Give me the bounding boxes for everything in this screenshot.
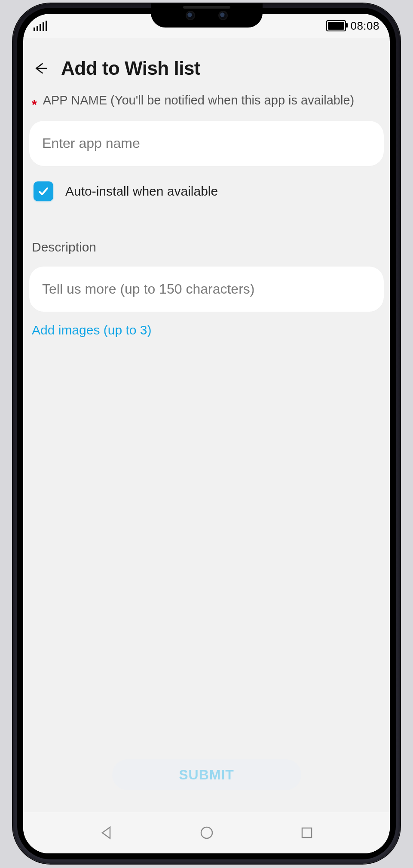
app-name-label-row: * APP NAME (You'll be notified when this… bbox=[29, 92, 384, 109]
app-name-input[interactable] bbox=[29, 121, 384, 166]
phone-frame: 08:08 Add to Wish list * APP NAME (You'l… bbox=[13, 3, 400, 864]
submit-wrap: SUBMIT bbox=[29, 759, 384, 812]
front-camera-right bbox=[220, 12, 226, 19]
add-images-button[interactable]: Add images (up to 3) bbox=[29, 312, 384, 337]
device-notch bbox=[151, 3, 263, 28]
submit-button[interactable]: SUBMIT bbox=[112, 759, 301, 790]
app-name-label: APP NAME (You'll be notified when this a… bbox=[43, 92, 355, 109]
status-right: 08:08 bbox=[326, 19, 379, 33]
nav-back-button[interactable] bbox=[89, 820, 123, 846]
auto-install-row: Auto-install when available bbox=[29, 166, 384, 201]
clock: 08:08 bbox=[350, 19, 379, 33]
app-header: Add to Wish list bbox=[29, 38, 384, 92]
description-label: Description bbox=[29, 201, 384, 255]
square-recent-icon bbox=[300, 825, 314, 840]
circle-home-icon bbox=[199, 825, 215, 841]
front-camera-left bbox=[187, 12, 194, 19]
app-content: Add to Wish list * APP NAME (You'll be n… bbox=[23, 38, 390, 812]
nav-recent-button[interactable] bbox=[290, 820, 324, 846]
back-button[interactable] bbox=[30, 58, 51, 79]
battery-icon bbox=[326, 20, 346, 31]
app-name-field bbox=[29, 121, 384, 166]
page-title: Add to Wish list bbox=[61, 58, 200, 79]
speaker-grille bbox=[183, 6, 230, 9]
svg-point-0 bbox=[201, 827, 212, 838]
spacer bbox=[29, 337, 384, 759]
required-asterisk: * bbox=[32, 98, 37, 111]
auto-install-checkbox[interactable] bbox=[34, 181, 53, 201]
screen: 08:08 Add to Wish list * APP NAME (You'l… bbox=[23, 14, 390, 853]
triangle-back-icon bbox=[98, 825, 114, 841]
nav-home-button[interactable] bbox=[190, 820, 224, 846]
description-field bbox=[29, 267, 384, 312]
svg-rect-1 bbox=[302, 828, 312, 837]
signal-icon bbox=[34, 21, 47, 31]
auto-install-label: Auto-install when available bbox=[65, 184, 218, 199]
arrow-left-icon bbox=[33, 60, 48, 77]
description-input[interactable] bbox=[29, 267, 384, 312]
check-icon bbox=[37, 185, 50, 198]
system-nav-bar bbox=[23, 812, 390, 853]
